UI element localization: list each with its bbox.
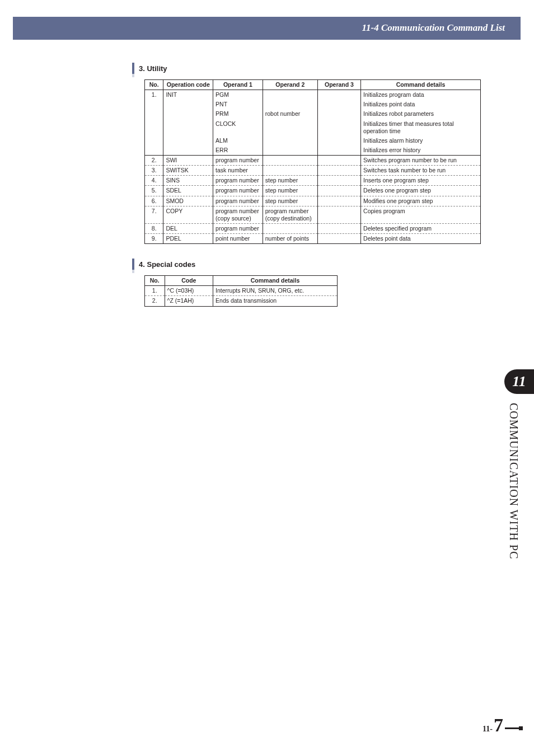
cell: 9. [145,234,163,244]
cell: CLOCK [213,119,263,136]
cell [317,90,360,100]
cell: Initializes program data [361,90,481,100]
header-title: 11-4 Communication Command List [362,22,505,34]
cell: Deletes one program step [361,186,481,196]
cell [145,119,163,136]
cell [163,119,213,136]
section-number: 3. [139,64,145,73]
cell: 2. [145,296,165,306]
page-footer: 11- 7 [483,715,503,736]
cell [263,90,317,100]
cell: Copies program [361,206,481,223]
cell: Interrupts RUN, SRUN, ORG, etc. [213,286,338,296]
footer-line-icon [505,727,522,729]
cell [317,176,360,186]
cell [263,136,317,145]
section-title: Special codes [147,260,195,269]
cell: Initializes error history [361,145,481,156]
cell [317,119,360,136]
cell [317,145,360,156]
cell: Inserts one program step [361,176,481,186]
cell: ALM [213,136,263,145]
cell: robot number [263,109,317,119]
special-codes-table: No. Code Command details 1.^C (=03H)Inte… [144,275,338,306]
cell: SINS [163,176,213,186]
cell: PDEL [163,234,213,244]
cell: 5. [145,186,163,196]
table-row: CLOCKInitializes timer that measures tot… [145,119,481,136]
cell: step number [263,196,317,206]
cell: PRM [213,109,263,119]
cell: 1. [145,286,165,296]
th-op: Operation code [163,80,213,90]
chapter-title-vertical: COMMUNICATION WITH PC [505,403,521,599]
cell: Initializes point data [361,100,481,109]
cell: program number (copy destination) [263,206,317,223]
cell: Deletes point data [361,234,481,244]
table-row: 1.^C (=03H)Interrupts RUN, SRUN, ORG, et… [145,286,338,296]
utility-table: No. Operation code Operand 1 Operand 2 O… [144,79,481,244]
cell [317,156,360,166]
table-row: ERRInitializes error history [145,145,481,156]
main-content: 3. Utility No. Operation code Operand 1 … [132,63,481,321]
th-dt: Command details [213,276,338,286]
cell [317,109,360,119]
cell: 1. [145,90,163,100]
cell: program number [213,186,263,196]
table-row: 9.PDELpoint numbernumber of pointsDelete… [145,234,481,244]
cell [163,100,213,109]
cell: task number [213,166,263,176]
header-bar: 11-4 Communication Command List [13,17,521,40]
cell: SMOD [163,196,213,206]
table-row: 4.SINSprogram numberstep numberInserts o… [145,176,481,186]
cell [163,109,213,119]
cell: DEL [163,223,213,233]
cell: program number [213,176,263,186]
cell [163,136,213,145]
cell: SWI [163,156,213,166]
cell [317,223,360,233]
cell: INIT [163,90,213,100]
th-no: No. [145,276,165,286]
section-marker-icon [132,259,134,270]
cell: program number [213,223,263,233]
cell [317,166,360,176]
cell: Deletes specified program [361,223,481,233]
table-row: 7.COPYprogram number (copy source)progra… [145,206,481,223]
cell: program number [213,156,263,166]
cell [163,145,213,156]
cell: ^C (=03H) [165,286,213,296]
section-title: Utility [147,64,167,73]
cell [263,223,317,233]
cell [263,119,317,136]
th-o2: Operand 2 [263,80,317,90]
cell: program number [213,196,263,206]
cell: ^Z (=1AH) [165,296,213,306]
cell [145,100,163,109]
cell [317,186,360,196]
cell [263,156,317,166]
page-prefix: 11- [483,725,493,734]
cell: program number (copy source) [213,206,263,223]
cell [263,100,317,109]
chapter-title: COMMUNICATION WITH PC [507,403,520,560]
cell: Switches program number to be run [361,156,481,166]
page-number: 7 [494,715,503,736]
cell: COPY [163,206,213,223]
table-row: 8.DELprogram numberDeletes specified pro… [145,223,481,233]
th-cd: Code [165,276,213,286]
chapter-number: 11 [512,373,526,390]
cell: Initializes timer that measures total op… [361,119,481,136]
cell: number of points [263,234,317,244]
section-marker-icon [132,63,134,74]
cell: 4. [145,176,163,186]
cell [317,100,360,109]
cell [263,145,317,156]
cell [317,136,360,145]
cell: 2. [145,156,163,166]
cell: Modifies one program step [361,196,481,206]
table-row: 6.SMODprogram numberstep numberModifies … [145,196,481,206]
cell: 6. [145,196,163,206]
table-row: 2.^Z (=1AH)Ends data transmission [145,296,338,306]
cell: 8. [145,223,163,233]
